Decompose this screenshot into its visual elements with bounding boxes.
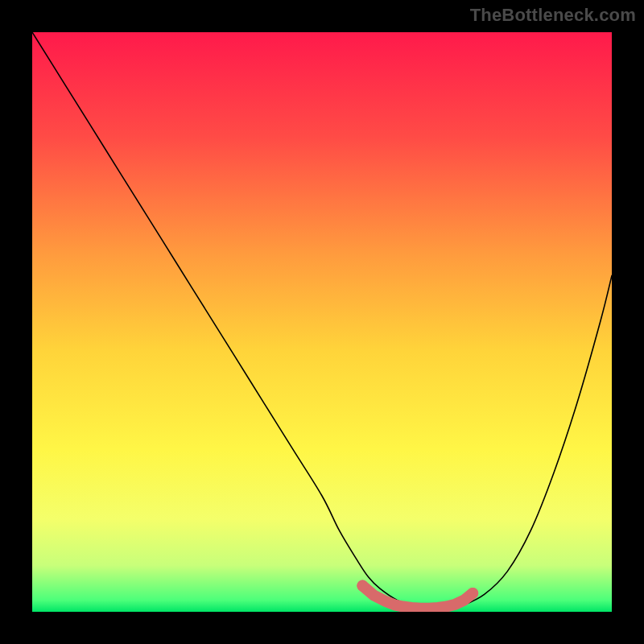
marker-dot-end-1 [467, 588, 478, 599]
chart-frame: TheBottleneck.com [0, 0, 644, 644]
gradient-background [32, 32, 612, 612]
marker-dot-end-0 [357, 580, 368, 592]
plot-area [32, 32, 612, 612]
chart-svg [32, 32, 612, 612]
watermark-text: TheBottleneck.com [470, 5, 636, 26]
